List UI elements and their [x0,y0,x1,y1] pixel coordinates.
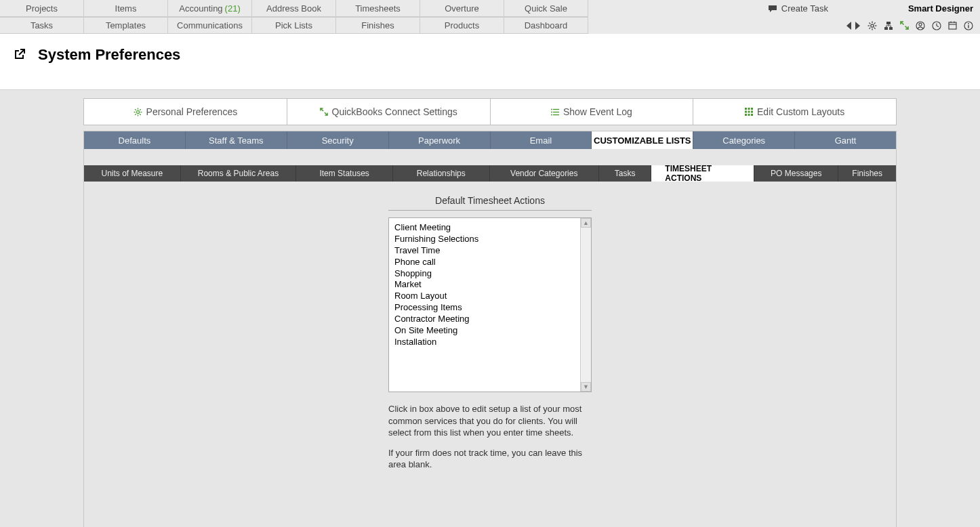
tab-security[interactable]: Security [287,131,389,149]
timesheet-actions-listbox[interactable]: Client MeetingFurnishing SelectionsTrave… [388,217,592,392]
list-item[interactable]: Furnishing Selections [394,234,575,245]
top-navigation: Projects Items Accounting(21) Address Bo… [0,0,980,34]
svg-point-0 [871,24,874,26]
quickbooks-settings-button[interactable]: QuickBooks Connect Settings [287,99,491,125]
page-title: System Preferences [38,46,180,64]
tab-item-statuses[interactable]: Item Statuses [296,165,393,182]
nav-timesheets[interactable]: Timesheets [336,0,420,17]
nav-address-book[interactable]: Address Book [252,0,336,17]
nav-tasks[interactable]: Tasks [0,17,84,34]
expand-icon [320,108,328,116]
nav-communications[interactable]: Communications [168,17,252,34]
nav-row-2: Tasks Templates Communications Pick List… [0,17,588,34]
nav-products[interactable]: Products [420,17,504,34]
tab-defaults[interactable]: Defaults [84,131,186,149]
svg-rect-53 [751,111,753,113]
svg-line-39 [135,114,136,115]
list-item[interactable]: Travel Time [394,245,575,257]
nav-overture[interactable]: Overture [420,0,504,17]
brand-label: Smart Designer [908,3,973,14]
nav-projects[interactable]: Projects [0,0,84,17]
svg-line-37 [140,114,141,115]
tab-relationships[interactable]: Relationships [393,165,490,182]
svg-line-22 [937,26,939,27]
info-icon[interactable] [964,21,973,30]
help-paragraph-1: Click in box above to edit setup a list … [388,403,592,439]
svg-rect-51 [745,111,747,113]
content-panel: Default Timesheet Actions Client Meeting… [84,182,896,520]
list-item[interactable]: Market [394,279,575,291]
list-icon [551,108,559,116]
nav-items[interactable]: Items [84,0,168,17]
actions-row: Personal Preferences QuickBooks Connect … [83,98,897,125]
svg-point-46 [551,111,552,112]
list-item[interactable]: Shopping [394,268,575,280]
nav-dashboard[interactable]: Dashboard [504,17,588,34]
panel-heading: Default Timesheet Actions [388,195,592,211]
listbox-content[interactable]: Client MeetingFurnishing SelectionsTrave… [389,218,580,392]
svg-rect-55 [748,114,750,116]
create-task-label: Create Task [781,3,828,14]
tab-finishes-sub[interactable]: Finishes [838,165,896,182]
grid-icon [745,108,753,116]
svg-line-30 [19,49,24,55]
svg-line-6 [874,27,876,28]
svg-point-31 [136,110,139,113]
tab-rooms-public-areas[interactable]: Rooms & Public Areas [181,165,297,182]
popout-icon[interactable] [14,48,26,60]
tab-timesheet-actions[interactable]: TIMESHEET ACTIONS [651,165,754,182]
user-icon[interactable] [916,21,925,30]
list-item[interactable]: Client Meeting [394,222,575,234]
create-task-button[interactable]: Create Task [768,3,828,14]
topnav-tabs: Projects Items Accounting(21) Address Bo… [0,0,588,34]
list-item[interactable]: Installation [394,337,575,348]
action-label: Edit Custom Layouts [757,106,844,117]
svg-point-19 [919,23,922,26]
tabs-secondary: Units of Measure Rooms & Public Areas It… [84,165,896,182]
svg-point-28 [968,23,969,24]
nav-quick-sale[interactable]: Quick Sale [504,0,588,17]
nav-back-icon[interactable] [846,22,852,30]
personal-preferences-button[interactable]: Personal Preferences [84,99,287,125]
nav-templates[interactable]: Templates [84,17,168,34]
tab-po-messages[interactable]: PO Messages [754,165,838,182]
scroll-up-icon[interactable]: ▲ [581,218,591,228]
calendar-icon[interactable] [948,21,957,30]
expand-icon[interactable] [900,21,909,30]
action-label: Personal Preferences [146,106,238,117]
hierarchy-icon[interactable] [884,21,893,30]
svg-rect-10 [884,27,888,30]
scroll-down-icon[interactable]: ▼ [581,382,591,392]
tab-vendor-categories[interactable]: Vendor Categories [490,165,599,182]
nav-accounting[interactable]: Accounting(21) [168,0,252,17]
svg-rect-50 [751,108,753,110]
list-item[interactable]: Phone call [394,257,575,268]
gear-icon[interactable] [867,21,877,30]
svg-point-47 [551,114,552,115]
show-event-log-button[interactable]: Show Event Log [491,99,694,125]
tab-tasks-sub[interactable]: Tasks [599,165,651,182]
edit-custom-layouts-button[interactable]: Edit Custom Layouts [693,99,896,125]
tab-units-of-measure[interactable]: Units of Measure [84,165,181,182]
nav-pick-lists[interactable]: Pick Lists [252,17,336,34]
list-item[interactable]: On Site Meeting [394,325,575,337]
list-item[interactable]: Contractor Meeting [394,314,575,325]
clock-icon[interactable] [932,21,941,30]
tab-customizable-lists[interactable]: CUSTOMIZABLE LISTS [592,131,693,149]
speech-bubble-icon [768,5,777,13]
list-item[interactable]: Room Layout [394,291,575,302]
tab-staff-teams[interactable]: Staff & Teams [186,131,287,149]
tab-paperwork[interactable]: Paperwork [389,131,491,149]
scrollbar[interactable]: ▲ ▼ [580,218,591,392]
nav-finishes[interactable]: Finishes [336,17,420,34]
tab-email[interactable]: Email [491,131,592,149]
list-item[interactable]: Processing Items [394,302,575,314]
svg-rect-9 [886,22,891,24]
svg-rect-23 [949,22,956,29]
tab-categories[interactable]: Categories [693,131,795,149]
help-paragraph-2: If your firm does not track time, you ca… [388,447,592,471]
tab-gantt[interactable]: Gantt [795,131,896,149]
nav-forward-icon[interactable] [855,22,861,30]
accounting-badge: (21) [225,3,241,14]
nav-row-1: Projects Items Accounting(21) Address Bo… [0,0,588,17]
